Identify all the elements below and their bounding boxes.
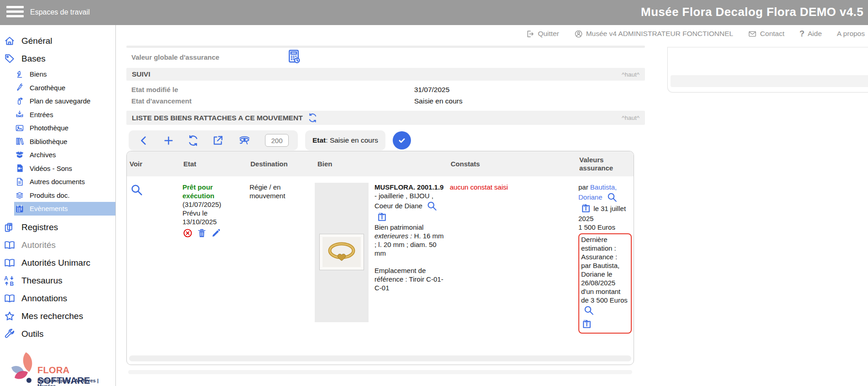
field-etat-avancement: Etat d'avancement Saisie en cours (131, 97, 633, 108)
carrot-icon (15, 83, 24, 92)
help-link[interactable]: ? Aide (800, 29, 822, 39)
open-book-icon (4, 257, 16, 269)
open-record-icon[interactable] (580, 203, 592, 214)
table-header-row: Voir Etat Destination Bien Constats Vale… (127, 151, 634, 176)
sidebar-item-bases[interactable]: Bases (0, 50, 115, 67)
sidebar-item-annotations[interactable]: Annotations (0, 290, 115, 308)
insurance-value-label: Valeur globale d'assurance (131, 53, 219, 61)
sidebar-item-archives[interactable]: Archives (0, 148, 115, 162)
brand-dot-icon (26, 378, 31, 383)
search-icon[interactable] (130, 183, 143, 196)
search-icon[interactable] (583, 304, 594, 316)
etat-status: Prêt pour exécution (182, 183, 214, 200)
question-icon: ? (800, 29, 805, 39)
sidebar-item-bibliotheque[interactable]: Bibliothèque (0, 135, 115, 149)
video-document-icon (15, 164, 24, 173)
photo-icon (15, 124, 24, 133)
user-menu[interactable]: Musée v4 ADMINISTRATEUR FONCTIONNEL (574, 30, 733, 38)
sidebar-item-carotheque[interactable]: Carothèque (0, 81, 115, 95)
sidebar-item-autorites[interactable]: Autorités (0, 237, 115, 254)
col-header-bien: Bien (315, 160, 448, 168)
biens-table: Voir Etat Destination Bien Constats Vale… (126, 151, 634, 365)
flora-software-logo: FLORA SOFTWARE Bibliothèques | Archives … (0, 350, 116, 386)
recycle-icon[interactable] (187, 134, 199, 147)
top-bar: Espaces de travail Musée Flora Decalog F… (0, 0, 868, 25)
sidebar-item-phototheque[interactable]: Photothèque (0, 121, 115, 135)
bien-description: MUSFLORA. 2001.1.9 - joaillerie , BIJOU … (369, 183, 448, 322)
sidebar-item-biens[interactable]: Biens (0, 67, 115, 81)
registers-icon (4, 221, 16, 233)
sidebar-item-videos-sons[interactable]: Vidéos - Sons (0, 162, 115, 175)
calendar-icon (15, 204, 24, 213)
sidebar-item-evenements[interactable]: Evènements (14, 202, 115, 216)
back-to-top-link[interactable]: ^haut^ (622, 71, 639, 78)
app-window: Espaces de travail Musée Flora Decalog F… (0, 0, 868, 386)
sidebar-item-plan-sauvegarde[interactable]: Plan de sauvegarde (0, 94, 115, 108)
inbox-download-icon (15, 110, 24, 119)
open-box-icon (15, 150, 24, 160)
app-title: Musée Flora Decalog Flora DEMO v4.5 (641, 5, 863, 19)
open-book-icon (4, 239, 16, 251)
sidebar-item-general[interactable]: Général (0, 32, 115, 50)
open-record-icon[interactable] (376, 211, 388, 223)
sort-ab-icon (4, 275, 16, 287)
contact-link[interactable]: Contact (748, 30, 784, 38)
table-bottom-strip (128, 370, 632, 374)
about-link[interactable]: A propos (837, 30, 865, 38)
delete-icon[interactable] (197, 228, 207, 238)
menu-icon[interactable] (6, 6, 24, 19)
calculator-icon[interactable] (286, 48, 302, 65)
sidebar: Général Bases Biens Carothèque Plan de s… (0, 25, 116, 386)
destination-cell: Régie / en mouvement (248, 176, 315, 200)
home-icon (4, 35, 16, 47)
constats-cell: aucun constat saisi (448, 176, 577, 191)
add-icon[interactable] (162, 134, 175, 147)
chess-knight-icon (15, 70, 24, 79)
cancel-icon[interactable] (182, 228, 193, 238)
sidebar-item-registres[interactable]: Registres (0, 219, 115, 237)
col-header-voir: Voir (127, 160, 181, 168)
back-to-top-link[interactable]: ^haut^ (622, 114, 639, 121)
search-icon[interactable] (606, 191, 618, 203)
valeurs-assurance-cell: par Bautista, Doriane le 31 juillet 2025… (577, 176, 634, 334)
bien-photo[interactable] (319, 234, 364, 270)
last-estimation-highlight: Dernière estimation : Assurance : par Ba… (578, 233, 632, 334)
edit-icon[interactable] (211, 228, 221, 238)
sidebar-item-produits-doc[interactable]: Produits doc. (0, 189, 115, 202)
col-header-destination: Destination (248, 160, 315, 168)
page-size-input[interactable] (265, 134, 289, 147)
horizontal-scrollbar[interactable] (129, 355, 631, 361)
tag-icon (4, 53, 16, 65)
flora-flower-icon (8, 351, 38, 384)
bien-dimensions: exterieures : H. 16 mm ; l. 20 mm ; diam… (374, 232, 445, 257)
eye-icon[interactable] (236, 134, 253, 147)
sidebar-item-thesaurus[interactable]: Thesaurus (0, 272, 115, 290)
search-icon[interactable] (426, 200, 437, 211)
etat-planned: Prévu le 13/10/2025 (182, 209, 238, 226)
suivi-section-header: SUIVI ^haut^ (126, 68, 645, 81)
brand-tagline: Bibliothèques | Archives | Musées (37, 378, 116, 386)
etat-actions (182, 228, 238, 238)
right-side-panel (667, 47, 868, 93)
header-links: Quitter Musée v4 ADMINISTRATEUR FONCTION… (456, 26, 865, 41)
workspace-label[interactable]: Espaces de travail (30, 8, 90, 16)
etat-filter-chip[interactable]: Etat : Saisie en cours (305, 130, 385, 150)
etat-date: (31/07/2025) (182, 200, 238, 209)
sidebar-item-entrees[interactable]: Entrées (0, 108, 115, 122)
sidebar-item-autres-documents[interactable]: Autres documents (0, 175, 115, 189)
external-link-icon[interactable] (212, 134, 224, 147)
sidebar-item-autorites-unimarc[interactable]: Autorités Unimarc (0, 254, 115, 272)
content-top-divider (126, 46, 645, 48)
quit-link[interactable]: Quitter (526, 30, 559, 38)
back-chevron-icon[interactable] (138, 134, 150, 147)
document-icon (15, 177, 24, 186)
refresh-icon[interactable] (307, 113, 318, 123)
apply-filter-button[interactable] (393, 131, 411, 149)
star-icon (4, 310, 16, 322)
sidebar-item-outils[interactable]: Outils (0, 325, 115, 343)
open-record-icon[interactable] (581, 319, 593, 330)
right-panel-bar (670, 75, 868, 87)
sidebar-item-mes-recherches[interactable]: Mes recherches (0, 308, 115, 325)
assurance-amount: 1 500 Euros (578, 223, 632, 232)
col-header-constats: Constats (448, 160, 577, 168)
